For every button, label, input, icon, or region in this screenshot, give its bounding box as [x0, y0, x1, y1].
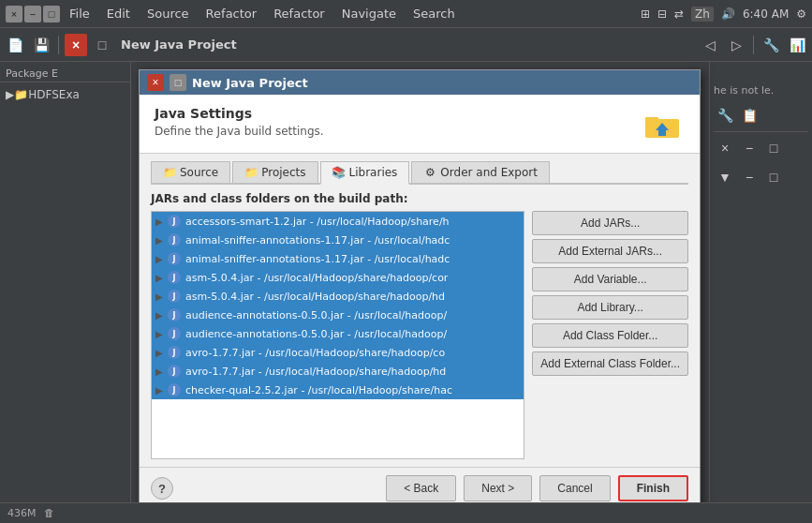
jar-icon-7: J	[167, 345, 182, 360]
tab-source[interactable]: 📁 Source	[151, 161, 230, 183]
jar-list[interactable]: ▶ J accessors-smart-1.2.jar - /usr/local…	[151, 211, 524, 459]
jar-text-4: asm-5.0.4.jar - /usr/local/Hadoop/share/…	[185, 291, 445, 303]
menu-refactor1[interactable]: Refactor	[199, 5, 265, 22]
sidebar: Package E ▶ 📁 HDFSExa	[0, 62, 131, 523]
window-max-btn[interactable]: □	[43, 6, 60, 22]
menu-source[interactable]: Source	[140, 5, 197, 22]
tab-libraries[interactable]: 📚 Libraries	[320, 161, 410, 185]
jar-item-0[interactable]: ▶ J accessors-smart-1.2.jar - /usr/local…	[152, 212, 524, 231]
rp-separator	[714, 131, 808, 132]
rp-btn5[interactable]: □	[762, 137, 785, 159]
status-trash[interactable]: 🗑	[44, 507, 54, 519]
menubar-right: ⊞ ⊟ ⇄ Zh 🔊 6:40 AM ⚙	[641, 7, 806, 22]
tab-projects[interactable]: 📁 Projects	[232, 161, 317, 183]
sidebar-item-label: HDFSExa	[28, 88, 80, 101]
dialog-wrapper: × □ New Java Project Java Settings Defin…	[139, 69, 700, 510]
tabs: 📁 Source 📁 Projects 📚 Libraries ⚙	[151, 161, 688, 185]
toolbar-dialog-close[interactable]: ×	[65, 34, 87, 56]
toolbar-save-btn[interactable]: 💾	[30, 34, 52, 56]
jar-item-1[interactable]: ▶ J animal-sniffer-annotations-1.17.jar …	[152, 231, 524, 249]
jar-item-7[interactable]: ▶ J avro-1.7.7.jar - /usr/local/Hadoop/s…	[152, 343, 524, 362]
dialog-header: Java Settings Define the Java build sett…	[140, 95, 700, 154]
help-btn[interactable]: ?	[151, 477, 173, 500]
rp-btn8[interactable]: □	[762, 166, 785, 188]
rp-btn6[interactable]: ▼	[714, 166, 736, 188]
add-external-jars-btn[interactable]: Add External JARs...	[532, 239, 688, 263]
rp-btn2[interactable]: 📋	[738, 104, 760, 127]
add-jars-btn[interactable]: Add JARs...	[532, 211, 688, 235]
menu-refactor2[interactable]: Refactor	[266, 5, 332, 22]
right-panel: he is not le. 🔧 📋 × − □ ▼ − □	[709, 62, 812, 523]
menubar-left: × − □ File Edit Source Refactor Refactor…	[6, 5, 463, 22]
add-library-btn[interactable]: Add Library...	[532, 295, 688, 320]
jar-text-1: animal-sniffer-annotations-1.17.jar - /u…	[185, 234, 450, 247]
jar-item-6[interactable]: ▶ J audience-annotations-0.5.0.jar - /us…	[152, 324, 524, 343]
right-panel-icon-row2: × − □	[714, 137, 808, 159]
right-panel-icons: 🔧 📋 × − □ ▼ − □	[714, 104, 808, 188]
back-btn[interactable]: < Back	[386, 475, 456, 501]
rp-btn4[interactable]: −	[738, 137, 760, 159]
tab-order-export[interactable]: ⚙ Order and Export	[411, 161, 550, 183]
finish-btn[interactable]: Finish	[618, 475, 688, 501]
window-min-btn[interactable]: −	[24, 6, 41, 22]
add-class-folder-btn[interactable]: Add Class Folder...	[532, 323, 688, 348]
tab-source-icon: 📁	[163, 166, 176, 179]
section-label: JARs and class folders on the build path…	[151, 192, 688, 205]
toolbar-right2[interactable]: ▷	[725, 34, 747, 56]
menu-file[interactable]: File	[62, 5, 97, 22]
clock: 6:40 AM	[743, 7, 789, 21]
rp-btn1[interactable]: 🔧	[714, 104, 736, 127]
folder-icon-svg	[643, 110, 681, 140]
rp-btn7[interactable]: −	[738, 166, 760, 188]
toolbar-icon5[interactable]: 🔧	[760, 34, 782, 56]
menu-edit[interactable]: Edit	[99, 5, 138, 22]
add-external-class-folder-btn[interactable]: Add External Class Folder...	[532, 351, 688, 376]
jar-icon-9: J	[167, 382, 182, 397]
dialog-header-text: Java Settings Define the Java build sett…	[155, 106, 324, 138]
sidebar-item-hdfs[interactable]: ▶ 📁 HDFSExa	[0, 86, 130, 103]
toolbar-new-btn[interactable]: 📄	[4, 34, 26, 56]
jar-arrow-3: ▶	[155, 273, 165, 283]
main-area: Package E ▶ 📁 HDFSExa he is not le. 🔧 📋 …	[0, 62, 812, 523]
sidebar-item-icon: 📁	[14, 88, 28, 101]
cancel-btn[interactable]: Cancel	[539, 475, 610, 501]
icon-settings[interactable]: ⚙	[796, 7, 806, 21]
jar-arrow-4: ▶	[155, 291, 165, 302]
tab-projects-icon: 📁	[244, 166, 258, 179]
jar-arrow-2: ▶	[155, 254, 165, 264]
tab-order-label: Order and Export	[440, 166, 538, 179]
jar-text-5: audience-annotations-0.5.0.jar - /usr/lo…	[185, 309, 447, 321]
window-close-btn[interactable]: ×	[6, 6, 22, 22]
menu-navigate[interactable]: Navigate	[334, 5, 404, 22]
jar-text-2: animal-sniffer-annotations-1.17.jar - /u…	[185, 253, 450, 265]
jar-item-8[interactable]: ▶ J avro-1.7.7.jar - /usr/local/Hadoop/s…	[152, 362, 524, 381]
next-btn[interactable]: Next >	[464, 475, 532, 501]
jar-item-5[interactable]: ▶ J audience-annotations-0.5.0.jar - /us…	[152, 306, 524, 324]
tab-libraries-icon: 📚	[332, 166, 346, 179]
dialog-titlebar: × □ New Java Project	[140, 70, 700, 95]
jar-item-2[interactable]: ▶ J animal-sniffer-annotations-1.17.jar …	[152, 249, 524, 268]
jar-item-9[interactable]: ▶ J checker-qual-2.5.2.jar - /usr/local/…	[152, 381, 524, 399]
jar-icon-3: J	[167, 270, 182, 285]
menu-search[interactable]: Search	[406, 5, 463, 22]
jar-item-3[interactable]: ▶ J asm-5.0.4.jar - /usr/local/Hadoop/sh…	[152, 268, 524, 287]
toolbar-restore-btn[interactable]: □	[91, 34, 113, 56]
toolbar-icon6[interactable]: 📊	[786, 34, 808, 56]
jar-text-6: audience-annotations-0.5.0.jar - /usr/lo…	[185, 328, 447, 340]
jar-arrow-7: ▶	[155, 348, 165, 358]
status-memory: 436M	[7, 507, 37, 519]
rp-btn3[interactable]: ×	[714, 137, 736, 159]
jar-item-4[interactable]: ▶ J asm-5.0.4.jar - /usr/local/Hadoop/sh…	[152, 287, 524, 306]
footer-buttons: < Back Next > Cancel Finish	[386, 475, 688, 501]
toolbar-right1[interactable]: ◁	[699, 34, 721, 56]
jar-content-area: ▶ J accessors-smart-1.2.jar - /usr/local…	[151, 211, 688, 459]
dialog-restore-btn[interactable]: □	[170, 74, 186, 91]
tab-source-label: Source	[180, 166, 218, 179]
jar-icon-1: J	[167, 232, 182, 247]
icon-zh: Zh	[691, 7, 714, 22]
jar-arrow-8: ▶	[155, 366, 165, 377]
dialog-close-btn[interactable]: ×	[147, 74, 164, 91]
add-variable-btn[interactable]: Add Variable...	[532, 267, 688, 291]
icon-table: ⊟	[657, 7, 667, 21]
dialog-header-icon	[640, 106, 685, 143]
